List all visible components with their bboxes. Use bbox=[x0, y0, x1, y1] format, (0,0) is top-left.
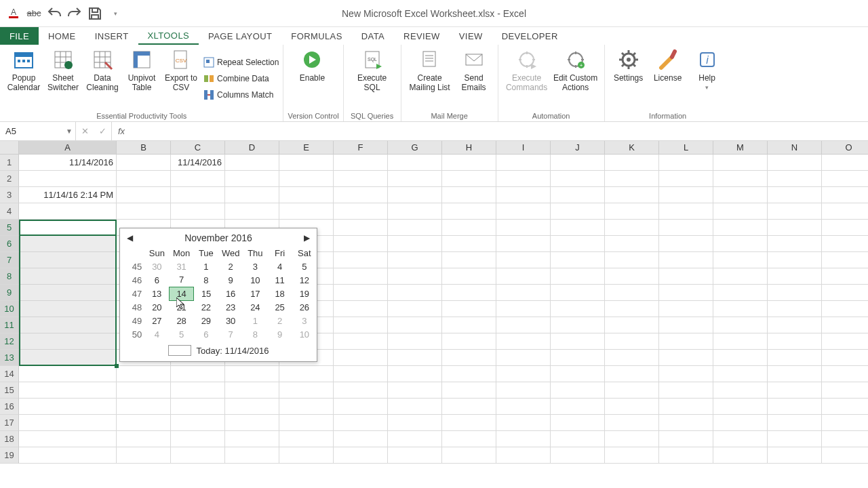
cell-K8[interactable] bbox=[605, 268, 659, 285]
cell-H8[interactable] bbox=[442, 268, 496, 285]
cell-K13[interactable] bbox=[605, 350, 659, 366]
cell-K19[interactable] bbox=[605, 447, 659, 464]
cell-M17[interactable] bbox=[713, 415, 768, 431]
cell-K18[interactable] bbox=[605, 431, 659, 447]
cell-M13[interactable] bbox=[713, 350, 768, 366]
cell-F15[interactable] bbox=[334, 382, 388, 399]
day-27[interactable]: 27 bbox=[144, 314, 169, 327]
cell-J3[interactable] bbox=[551, 187, 605, 203]
cell-M9[interactable] bbox=[713, 285, 768, 301]
day-9[interactable]: 9 bbox=[218, 273, 243, 287]
day-24[interactable]: 24 bbox=[243, 300, 267, 314]
cell-B19[interactable] bbox=[117, 447, 171, 464]
cell-F11[interactable] bbox=[334, 317, 388, 333]
cell-K7[interactable] bbox=[605, 252, 659, 268]
cell-B17[interactable] bbox=[117, 415, 171, 431]
cell-M5[interactable] bbox=[713, 220, 768, 236]
row-header-6[interactable]: 6 bbox=[0, 236, 19, 252]
day-6[interactable]: 6 bbox=[144, 273, 169, 287]
row-header-4[interactable]: 4 bbox=[0, 203, 19, 220]
cell-L14[interactable] bbox=[659, 366, 713, 382]
cell-I16[interactable] bbox=[496, 399, 551, 415]
help-button[interactable]: iHelp▾ bbox=[688, 46, 727, 110]
cell-M11[interactable] bbox=[713, 317, 768, 333]
cell-G6[interactable] bbox=[388, 236, 442, 252]
cell-J2[interactable] bbox=[551, 171, 605, 187]
cell-M15[interactable] bbox=[713, 382, 768, 399]
cell-A11[interactable] bbox=[19, 317, 117, 333]
cell-D3[interactable] bbox=[225, 187, 279, 203]
cell-H13[interactable] bbox=[442, 350, 496, 366]
cell-J16[interactable] bbox=[551, 399, 605, 415]
cell-K11[interactable] bbox=[605, 317, 659, 333]
font-color-button[interactable]: A bbox=[5, 5, 22, 22]
cell-E17[interactable] bbox=[279, 415, 334, 431]
cell-F10[interactable] bbox=[334, 301, 388, 317]
formula-input[interactable] bbox=[131, 122, 868, 140]
time-input[interactable] bbox=[168, 345, 191, 356]
cell-A16[interactable] bbox=[19, 399, 117, 415]
day-25[interactable]: 25 bbox=[268, 300, 292, 314]
cell-J9[interactable] bbox=[551, 285, 605, 301]
cell-G7[interactable] bbox=[388, 252, 442, 268]
cell-O13[interactable] bbox=[822, 350, 868, 366]
day-29[interactable]: 29 bbox=[194, 314, 218, 327]
cell-C19[interactable] bbox=[171, 447, 225, 464]
qat-customize-button[interactable]: ▾ bbox=[107, 5, 123, 22]
redo-button[interactable] bbox=[66, 5, 83, 22]
day-19[interactable]: 19 bbox=[292, 287, 317, 300]
fx-icon[interactable]: fx bbox=[112, 122, 131, 140]
cell-H19[interactable] bbox=[442, 447, 496, 464]
day-31[interactable]: 31 bbox=[170, 260, 194, 273]
column-header-A[interactable]: A bbox=[19, 141, 117, 155]
cell-F14[interactable] bbox=[334, 366, 388, 382]
cell-G5[interactable] bbox=[388, 220, 442, 236]
cell-G3[interactable] bbox=[388, 187, 442, 203]
enter-formula-button[interactable]: ✓ bbox=[94, 126, 111, 136]
cell-D14[interactable] bbox=[225, 366, 279, 382]
cell-L19[interactable] bbox=[659, 447, 713, 464]
cell-A17[interactable] bbox=[19, 415, 117, 431]
day-17[interactable]: 17 bbox=[243, 287, 267, 300]
day-1[interactable]: 1 bbox=[243, 314, 267, 327]
name-box[interactable]: A5▼ bbox=[0, 122, 76, 140]
cell-C4[interactable] bbox=[171, 203, 225, 220]
cell-O19[interactable] bbox=[822, 447, 868, 464]
cell-L16[interactable] bbox=[659, 399, 713, 415]
tab-data[interactable]: DATA bbox=[352, 27, 394, 45]
cell-O14[interactable] bbox=[822, 366, 868, 382]
cell-J11[interactable] bbox=[551, 317, 605, 333]
day-20[interactable]: 20 bbox=[144, 300, 169, 314]
cell-O9[interactable] bbox=[822, 285, 868, 301]
cell-N5[interactable] bbox=[768, 220, 822, 236]
cell-G4[interactable] bbox=[388, 203, 442, 220]
day-10[interactable]: 10 bbox=[243, 273, 267, 287]
cell-C1[interactable]: 11/14/2016 bbox=[171, 155, 225, 171]
row-header-17[interactable]: 17 bbox=[0, 415, 19, 431]
cell-I2[interactable] bbox=[496, 171, 551, 187]
cell-H1[interactable] bbox=[442, 155, 496, 171]
cell-A18[interactable] bbox=[19, 431, 117, 447]
day-6[interactable]: 6 bbox=[194, 327, 218, 341]
spreadsheet-grid[interactable]: ABCDEFGHIJKLMNO 123456789101112131415161… bbox=[0, 141, 868, 488]
row-header-14[interactable]: 14 bbox=[0, 366, 19, 382]
cell-M16[interactable] bbox=[713, 399, 768, 415]
day-15[interactable]: 15 bbox=[194, 287, 218, 300]
cell-L13[interactable] bbox=[659, 350, 713, 366]
day-22[interactable]: 22 bbox=[194, 300, 218, 314]
cell-O10[interactable] bbox=[822, 301, 868, 317]
day-1[interactable]: 1 bbox=[194, 260, 218, 273]
row-header-8[interactable]: 8 bbox=[0, 268, 19, 285]
row-header-9[interactable]: 9 bbox=[0, 285, 19, 301]
cell-I9[interactable] bbox=[496, 285, 551, 301]
cell-H14[interactable] bbox=[442, 366, 496, 382]
column-header-J[interactable]: J bbox=[551, 141, 605, 155]
cell-K6[interactable] bbox=[605, 236, 659, 252]
repeat-selection-button[interactable]: Repeat Selection bbox=[203, 55, 279, 70]
cell-A13[interactable] bbox=[19, 350, 117, 366]
cell-O5[interactable] bbox=[822, 220, 868, 236]
day-4[interactable]: 4 bbox=[144, 327, 169, 341]
cell-D18[interactable] bbox=[225, 431, 279, 447]
cell-F4[interactable] bbox=[334, 203, 388, 220]
cell-M4[interactable] bbox=[713, 203, 768, 220]
